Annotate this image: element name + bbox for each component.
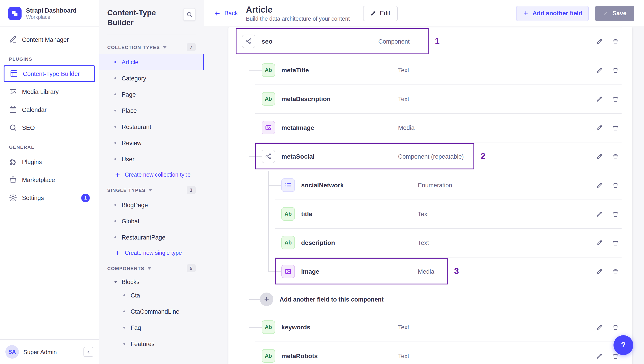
edit-field-button[interactable] [593,121,606,134]
edit-field-button[interactable] [593,179,606,192]
field-row-seo[interactable]: seo Component 1 [228,27,632,56]
sidebar-item-blogpage[interactable]: BlogPage [99,197,204,213]
field-type: Text [418,239,429,246]
sidebar-item-cta[interactable]: Cta [99,287,204,303]
sidebar-item-settings[interactable]: Settings 1 [4,189,95,206]
nav-item-label: Marketplace [22,176,55,183]
sidebar-item-page[interactable]: Page [99,86,204,102]
edit-field-button[interactable] [593,265,606,278]
field-name: keywords [282,323,398,331]
delete-field-button[interactable] [609,150,622,163]
text-field-icon: Ab [262,63,275,77]
components-count: 5 [187,264,196,272]
field-name: description [301,239,418,246]
delete-field-button[interactable] [609,179,622,192]
plus-icon [114,172,121,178]
sidebar-item-restaurantpage[interactable]: RestaurantPage [99,229,204,245]
sidebar-item-media-library[interactable]: Media Library [4,83,95,100]
sidebar-item-features[interactable]: Features [99,336,204,352]
back-button[interactable]: Back [214,10,238,17]
field-row-metadescription[interactable]: Ab metaDescription Text [228,84,632,113]
calendar-icon [9,106,17,114]
edit-field-button[interactable] [593,64,606,76]
field-row-image[interactable]: image Media 3 [228,257,632,286]
enumeration-field-icon [282,178,295,192]
layout-icon [10,70,18,78]
components-header[interactable]: COMPONENTS 5 [99,260,204,275]
component-field-icon [262,150,275,163]
sidebar-item-user[interactable]: User [99,151,204,167]
search-button[interactable] [183,8,196,21]
edit-button[interactable]: Edit [363,6,398,21]
sidebar-item-content-type-builder[interactable]: Content-Type Builder [4,65,95,82]
field-row-socialnetwork[interactable]: socialNetwork Enumeration [228,171,632,200]
delete-field-button[interactable] [609,64,622,76]
field-name: title [301,210,418,218]
edit-field-button[interactable] [593,35,606,48]
sidebar-item-calendar[interactable]: Calendar [4,101,95,118]
field-type: Text [398,95,409,102]
check-icon [603,10,609,16]
sidebar-item-place[interactable]: Place [99,102,204,119]
nav-section-plugins: PLUGINS [0,49,99,64]
field-row-description[interactable]: Ab description Text [228,228,632,257]
add-field-to-component-button[interactable]: Add another field to this component [228,286,632,313]
edit-field-button[interactable] [593,93,606,105]
field-type: Text [418,211,429,217]
plus-icon [114,250,121,256]
divider [107,35,196,35]
field-row-metarobots[interactable]: Ab metaRobots Text [228,341,632,364]
save-button[interactable]: Save [595,6,634,21]
sidebar-item-marketplace[interactable]: Marketplace [4,171,95,188]
sidebar-item-content-manager[interactable]: Content Manager [4,31,95,48]
add-another-field-button[interactable]: Add another field [516,6,589,21]
component-group-blocks[interactable]: Blocks [99,275,204,287]
sidebar-item-restaurant[interactable]: Restaurant [99,119,204,135]
single-types-header[interactable]: SINGLE TYPES 3 [99,181,204,197]
create-single-type-link[interactable]: Create new single type [99,245,204,260]
field-type: Enumeration [418,182,452,189]
sidebar-item-global[interactable]: Global [99,213,204,229]
create-collection-type-link[interactable]: Create new collection type [99,167,204,181]
page-title: Article [246,5,350,15]
nav-item-label: Calendar [22,106,47,113]
strapi-app: Strapi Dashboard Workplace Content Manag… [0,0,644,364]
sidebar-item-article[interactable]: Article [99,54,204,70]
annotation-number: 1 [435,36,440,46]
field-row-metaimage[interactable]: metaImage Media [228,113,632,142]
help-button[interactable]: ? [614,335,633,355]
sidebar-item-seo[interactable]: SEO [4,119,95,136]
field-row-title[interactable]: Ab title Text [228,200,632,228]
field-row-metasocial[interactable]: metaSocial Component (repeatable) 2 [228,142,632,171]
sidebar-item-ctacommandline[interactable]: CtaCommandLine [99,303,204,319]
edit-field-button[interactable] [593,350,606,362]
plus-icon [260,293,273,306]
field-row-keywords[interactable]: Ab keywords Text [228,313,632,341]
nav-list: Content Manager PLUGINS Content-Type Bui… [0,27,99,339]
delete-field-button[interactable] [609,265,622,278]
edit-field-button[interactable] [593,150,606,163]
collapse-sidebar-button[interactable] [84,347,93,357]
sidebar-item-review[interactable]: Review [99,135,204,151]
text-field-icon: Ab [262,320,275,334]
delete-field-button[interactable] [609,208,622,220]
single-types-count: 3 [187,186,196,194]
delete-field-button[interactable] [609,93,622,105]
edit-field-button[interactable] [593,236,606,249]
sidebar-item-plugins[interactable]: Plugins [4,153,95,170]
delete-field-button[interactable] [609,236,622,249]
sidebar-item-faq[interactable]: Faq [99,319,204,336]
field-row-metatitle[interactable]: Ab metaTitle Text [228,56,632,84]
nav-item-label: SEO [22,124,35,131]
workspace-name: Workplace [26,14,76,20]
edit-field-button[interactable] [593,321,606,333]
delete-field-button[interactable] [609,35,622,48]
delete-field-button[interactable] [609,121,622,134]
sidebar-item-category[interactable]: Category [99,70,204,86]
edit-field-button[interactable] [593,208,606,220]
collection-types-header[interactable]: COLLECTION TYPES 7 [99,39,204,54]
caret-down-icon [114,281,118,283]
field-type: Text [398,324,409,330]
search-icon [9,124,17,132]
delete-field-button[interactable] [609,321,622,333]
